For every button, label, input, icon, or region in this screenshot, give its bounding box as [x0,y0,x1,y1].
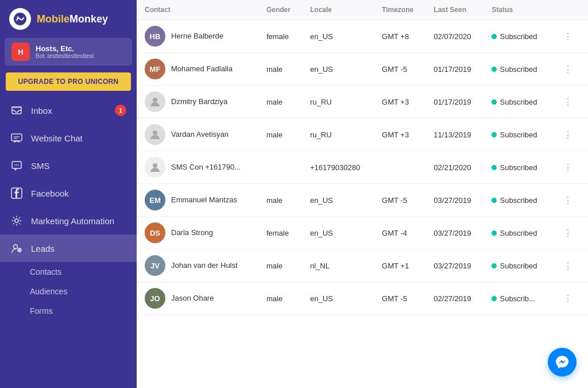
last-seen-cell: 02/21/2020 [425,151,483,184]
more-options-button[interactable]: ⋮ [559,29,580,44]
col-locale: Locale [302,0,374,20]
timezone-cell: GMT -5 [374,53,425,86]
bot-selector[interactable]: H Hosts, Etc. Bot: testtesttesttesttest [5,38,132,66]
marketing-automation-label: Marketing Automation [31,216,114,226]
contact-name: Dzmitry Bardziya [171,97,227,107]
actions-cell[interactable]: ⋮ [551,184,588,217]
contact-cell: SMS Con +161790... [137,151,258,184]
contact-cell: Vardan Avetisyan [137,118,258,151]
avatar: HB [145,26,165,47]
sidebar-item-website-chat[interactable]: Website Chat [0,124,137,152]
col-actions [551,0,588,20]
sub-nav-forms[interactable]: Forms [30,301,137,321]
status-dot [492,296,497,301]
timezone-cell [374,151,425,184]
svg-point-15 [153,130,157,135]
inbox-label: Inbox [31,106,52,116]
locale-cell: en_US [302,53,374,86]
table-row: SMS Con +161790...+1617903028002/21/2020… [137,151,588,184]
table-row: HBHerne Balberdefemaleen_USGMT +802/07/2… [137,20,588,53]
status-cell: Subscribed [483,151,550,184]
actions-cell[interactable]: ⋮ [551,282,588,315]
sidebar-item-leads[interactable]: Leads [0,235,137,262]
last-seen-cell: 02/27/2019 [425,282,483,315]
more-options-button[interactable]: ⋮ [559,62,580,77]
status-dot [492,34,497,39]
avatar: JO [145,288,165,309]
locale-cell: en_US [302,282,374,315]
locale-cell: ru_RU [302,118,374,151]
svg-point-16 [153,163,157,168]
contact-name: Herne Balberde [171,32,223,41]
status-text: Subscribed [500,163,537,172]
status-text: Subscribed [500,262,537,270]
table-body: HBHerne Balberdefemaleen_USGMT +802/07/2… [137,20,588,315]
avatar [145,91,165,112]
actions-cell[interactable]: ⋮ [551,20,588,53]
actions-cell[interactable]: ⋮ [551,249,588,282]
table-row: DSDarla Strongfemaleen_USGMT -403/27/201… [137,217,588,249]
status-cell: Subscribed [483,249,550,282]
gender-cell: male [258,282,302,315]
more-options-button[interactable]: ⋮ [559,258,580,274]
col-contact: Contact [137,0,258,20]
gender-cell [258,151,302,184]
logo-icon [9,8,31,30]
sidebar-item-sms[interactable]: SMS [0,152,137,179]
last-seen-cell: 01/17/2019 [425,86,483,118]
col-timezone: Timezone [374,0,425,20]
actions-cell[interactable]: ⋮ [551,151,588,184]
contact-cell: JOJason Ohare [137,282,258,315]
status-text: Subscribed [500,196,537,205]
sub-nav-contacts[interactable]: Contacts [30,262,137,282]
locale-cell: +16179030280 [302,151,374,184]
status-text: Subscribed [500,229,537,237]
gender-cell: male [258,86,302,118]
leads-icon [10,242,23,255]
actions-cell[interactable]: ⋮ [551,86,588,118]
col-status: Status [483,0,550,20]
status-cell: Subscrib... [483,282,550,315]
table-row: EMEmmanuel Mantzasmaleen_USGMT -503/27/2… [137,184,588,217]
status-cell: Subscribed [483,118,550,151]
contact-name: Emmanuel Mantzas [171,195,237,205]
contact-cell: HBHerne Balberde [137,20,258,53]
status-dot [492,263,497,268]
sms-icon [10,159,23,172]
sidebar-item-inbox[interactable]: Inbox 1 [0,97,137,124]
more-options-button[interactable]: ⋮ [559,291,580,306]
messenger-fab[interactable] [548,348,577,377]
col-last-seen: Last Seen [425,0,483,20]
website-chat-label: Website Chat [31,133,83,143]
contacts-table: Contact Gender Locale Timezone Last Seen… [137,0,588,315]
avatar: MF [145,59,165,79]
more-options-button[interactable]: ⋮ [559,160,580,175]
sidebar-item-marketing-automation[interactable]: Marketing Automation [0,207,137,235]
facebook-label: Facebook [31,189,69,198]
actions-cell[interactable]: ⋮ [551,53,588,86]
upgrade-button[interactable]: UPGRADE TO PRO UNICORN [6,72,131,91]
status-text: Subscribed [500,98,537,106]
svg-point-11 [15,219,18,222]
status-text: Subscribed [500,130,537,139]
more-options-button[interactable]: ⋮ [559,225,580,241]
status-cell: Subscribed [483,20,550,53]
timezone-cell: GMT -5 [374,184,425,217]
more-options-button[interactable]: ⋮ [559,94,580,110]
bot-name: Hosts, Etc. [36,44,125,53]
sidebar-item-facebook[interactable]: Facebook [0,179,137,207]
actions-cell[interactable]: ⋮ [551,118,588,151]
avatar: JV [145,255,165,276]
actions-cell[interactable]: ⋮ [551,217,588,249]
more-options-button[interactable]: ⋮ [559,127,580,143]
contact-name: Darla Strong [171,228,213,238]
more-options-button[interactable]: ⋮ [559,193,580,208]
sub-nav-audiences[interactable]: Audiences [30,282,137,301]
contact-cell: DSDarla Strong [137,217,258,249]
svg-point-1 [17,17,19,18]
status-dot [492,231,497,236]
bot-icon: H [11,43,30,61]
col-gender: Gender [258,0,302,20]
inbox-badge: 1 [115,105,126,116]
contact-cell: EMEmmanuel Mantzas [137,184,258,217]
